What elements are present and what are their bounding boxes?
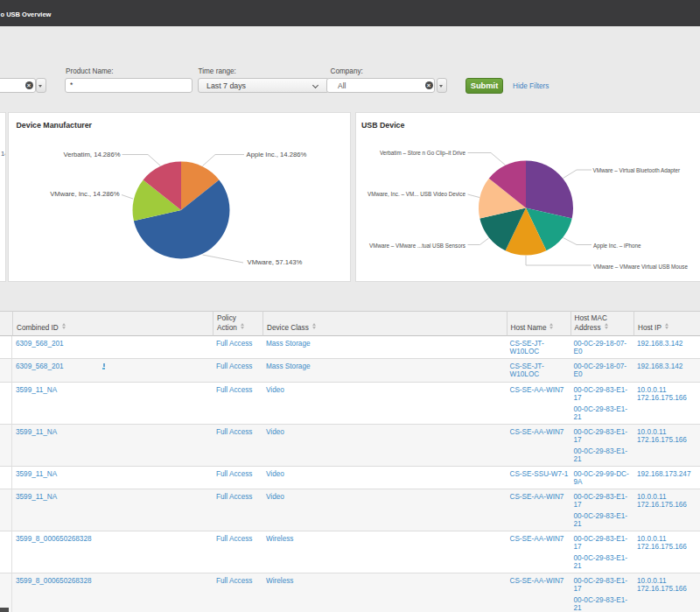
svg-text:Apple Inc. – iPhone: Apple Inc. – iPhone (593, 243, 641, 250)
svg-text:VMware – Virtual Bluetooth Ada: VMware – Virtual Bluetooth Adapter (593, 167, 681, 174)
svg-text:VMware, Inc. – VM... USB Video: VMware, Inc. – VM... USB Video Device (368, 191, 466, 197)
svg-text:Apple Inc., 14.286%: Apple Inc., 14.286% (247, 151, 307, 158)
svg-text:Verbatim – Store n Go Clip–it: Verbatim – Store n Go Clip–it Drive (380, 150, 466, 157)
svg-text:VMware – VMware Virtual USB Mo: VMware – VMware Virtual USB Mouse (593, 264, 689, 270)
svg-text:Verbatim, 14.286%: Verbatim, 14.286% (64, 151, 121, 158)
svg-text:VMware, Inc., 14.286%: VMware, Inc., 14.286% (50, 190, 120, 198)
svg-text:VMware, 57.143%: VMware, 57.143% (248, 258, 303, 266)
svg-text:VMware – VMware ...tual USB Se: VMware – VMware ...tual USB Sensors (369, 243, 466, 249)
